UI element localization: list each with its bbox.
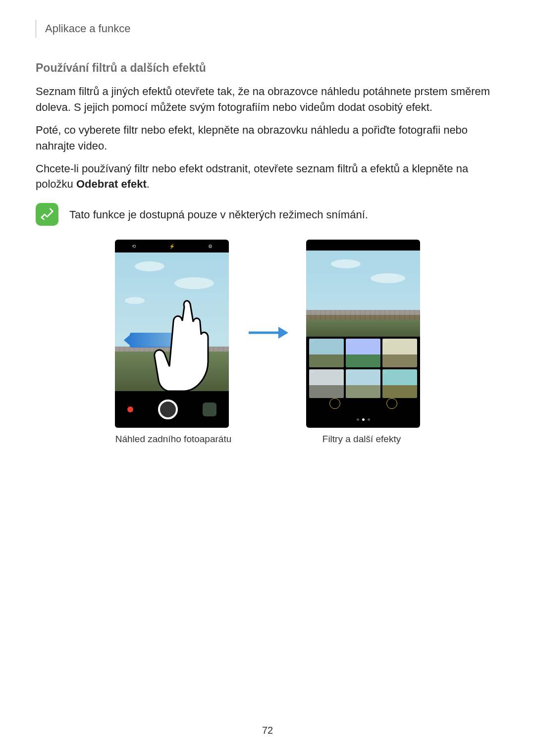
paragraph-3-post: . bbox=[147, 178, 150, 190]
filter-thumbnail: — bbox=[309, 369, 344, 398]
face-mode-icon bbox=[329, 398, 340, 409]
filters-mode-row bbox=[306, 396, 420, 411]
svg-marker-1 bbox=[278, 327, 288, 339]
camera-bottom-bar bbox=[115, 391, 229, 428]
page-dots bbox=[306, 418, 420, 421]
paragraph-3-bold: Odebrat efekt bbox=[76, 178, 147, 190]
arrow-right-icon bbox=[247, 323, 288, 345]
filter-thumbnail: — bbox=[309, 339, 344, 367]
paragraph-2: Poté, co vyberete filtr nebo efekt, klep… bbox=[36, 122, 499, 154]
filter-thumbnail: — bbox=[346, 369, 380, 398]
caption-left: Náhled zadního fotoaparátu bbox=[109, 434, 238, 445]
breadcrumb-container: Aplikace a funkce bbox=[36, 20, 499, 38]
figure-row: ⟲ ⚡ ⚙ bbox=[36, 240, 499, 428]
figure-camera-preview: ⟲ ⚡ ⚙ bbox=[115, 240, 229, 428]
effect-mode-icon bbox=[386, 398, 397, 409]
paragraph-1: Seznam filtrů a jiných efektů otevřete t… bbox=[36, 84, 499, 115]
section-title: Používání filtrů a dalších efektů bbox=[36, 61, 499, 75]
figure-captions: Náhled zadního fotoaparátu Filtry a dalš… bbox=[36, 434, 499, 445]
filter-thumbnail: — bbox=[382, 369, 417, 398]
note-block: Tato funkce je dostupná pouze v některýc… bbox=[36, 203, 499, 226]
record-icon bbox=[127, 406, 133, 412]
filters-main-preview bbox=[306, 251, 420, 337]
filter-thumbnail: — bbox=[382, 339, 417, 367]
camera-top-bar: ⟲ ⚡ ⚙ bbox=[115, 240, 229, 252]
breadcrumb: Aplikace a funkce bbox=[45, 22, 130, 35]
shutter-button-icon bbox=[158, 400, 178, 419]
figure-filters-panel: — — — — — — bbox=[306, 240, 420, 428]
gallery-thumb-icon bbox=[203, 403, 216, 416]
page-number: 72 bbox=[0, 725, 535, 736]
filters-grid: — — — — — — bbox=[309, 339, 417, 398]
flash-icon: ⚡ bbox=[169, 244, 175, 249]
paragraph-3: Chcete-li používaný filtr nebo efekt ods… bbox=[36, 161, 499, 193]
camera-viewfinder bbox=[115, 252, 229, 391]
camera-switch-icon: ⟲ bbox=[132, 244, 136, 249]
note-text: Tato funkce je dostupná pouze v některýc… bbox=[69, 203, 368, 223]
note-icon bbox=[36, 203, 58, 226]
caption-right: Filtry a další efekty bbox=[297, 434, 426, 445]
settings-gear-icon: ⚙ bbox=[208, 244, 213, 249]
filter-thumbnail: — bbox=[346, 339, 380, 367]
